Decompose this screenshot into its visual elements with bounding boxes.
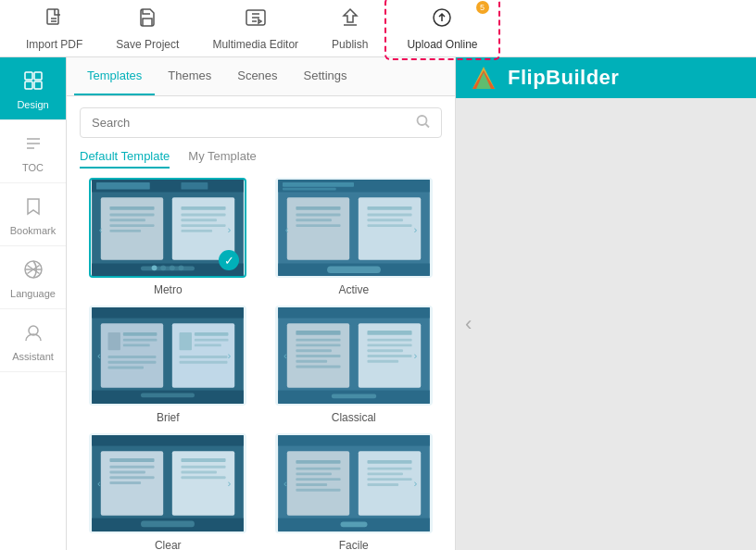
svg-rect-62 [92, 307, 244, 319]
tt-tab-my[interactable]: My Template [188, 149, 256, 169]
svg-rect-66 [123, 332, 158, 336]
svg-rect-83 [278, 307, 430, 319]
svg-rect-133 [367, 478, 411, 481]
svg-rect-69 [108, 356, 157, 358]
preview-title: FlipBuilder [508, 66, 619, 90]
svg-rect-124 [296, 460, 340, 464]
publish-button[interactable]: Publish [315, 1, 384, 56]
svg-rect-50 [296, 214, 340, 217]
multimedia-editor-icon [245, 6, 267, 34]
svg-rect-25 [110, 206, 155, 210]
svg-rect-53 [367, 206, 411, 210]
svg-rect-125 [296, 468, 340, 470]
template-thumb-facile: ‹ › [275, 433, 433, 533]
svg-rect-8 [25, 72, 32, 80]
svg-rect-129 [296, 489, 340, 492]
svg-point-39 [152, 265, 158, 270]
svg-point-42 [179, 265, 184, 270]
svg-rect-56 [367, 224, 411, 227]
template-item-active[interactable]: ‹ › Active [266, 178, 443, 296]
sidebar-item-design[interactable]: Design [0, 57, 66, 120]
sidebar-item-toc[interactable]: TOC [0, 120, 66, 183]
svg-rect-108 [110, 466, 155, 469]
import-pdf-label: Import PDF [26, 38, 82, 51]
svg-rect-115 [182, 476, 226, 479]
svg-rect-22 [182, 182, 208, 190]
preview-area: FlipBuilder ‹ [456, 57, 756, 550]
svg-rect-90 [296, 355, 340, 357]
template-item-metro[interactable]: ‹ › ✓ Metro [80, 178, 257, 296]
svg-rect-75 [195, 344, 221, 346]
svg-rect-10 [25, 81, 32, 89]
sidebar-item-bookmark-label: Bookmark [10, 225, 57, 236]
template-item-brief[interactable]: ‹ › Brief [80, 306, 257, 424]
svg-rect-74 [195, 339, 229, 342]
toolbar: Import PDF Save Project Multimedia Edito… [0, 0, 756, 57]
search-icon [416, 114, 431, 131]
save-project-button[interactable]: Save Project [99, 1, 195, 56]
svg-text:‹: ‹ [97, 350, 101, 361]
tab-settings[interactable]: Settings [291, 57, 360, 95]
svg-rect-111 [110, 481, 142, 484]
template-thumb-clear: ‹ › [89, 433, 246, 533]
svg-rect-33 [182, 224, 226, 227]
template-item-facile[interactable]: ‹ › Facile [266, 433, 443, 550]
sidebar-item-assistant[interactable]: Assistant [0, 309, 66, 372]
search-input[interactable] [80, 107, 442, 138]
publish-label: Publish [332, 38, 368, 51]
svg-rect-21 [96, 182, 150, 190]
svg-rect-119 [141, 520, 195, 527]
preview-content: ‹ [456, 98, 756, 550]
svg-rect-31 [182, 214, 226, 217]
template-item-clear[interactable]: ‹ › Clear [80, 433, 257, 550]
sidebar: Design TOC Bookmark Language Assistant [0, 57, 67, 550]
tab-templates[interactable]: Templates [74, 57, 155, 95]
import-pdf-button[interactable]: Import PDF [9, 1, 99, 56]
flipbuilder-logo [469, 63, 498, 93]
sidebar-item-design-label: Design [17, 99, 48, 110]
tab-themes[interactable]: Themes [155, 57, 224, 95]
upload-badge: 5 [476, 1, 489, 14]
template-label-brief: Brief [157, 411, 180, 424]
svg-rect-110 [110, 476, 155, 479]
svg-rect-134 [367, 483, 398, 486]
svg-rect-67 [123, 339, 158, 342]
tab-scenes[interactable]: Scenes [224, 57, 290, 95]
svg-rect-73 [195, 332, 229, 336]
sidebar-item-language[interactable]: Language [0, 246, 66, 309]
svg-point-41 [170, 265, 175, 270]
svg-rect-104 [92, 435, 244, 446]
svg-rect-60 [327, 266, 381, 273]
svg-rect-112 [182, 458, 226, 462]
svg-rect-107 [110, 458, 155, 462]
svg-rect-127 [296, 478, 340, 481]
tt-tab-default[interactable]: Default Template [80, 149, 170, 169]
svg-rect-97 [367, 355, 411, 357]
language-icon [23, 259, 44, 284]
svg-rect-138 [340, 521, 367, 527]
multimedia-editor-button[interactable]: Multimedia Editor [195, 1, 315, 56]
search-wrap [67, 96, 455, 149]
svg-text:‹: ‹ [99, 224, 103, 235]
svg-text:‹: ‹ [284, 350, 287, 361]
svg-rect-29 [110, 230, 142, 232]
preview-prev-button[interactable]: ‹ [465, 312, 472, 336]
assistant-icon [23, 322, 44, 347]
svg-line-18 [426, 124, 430, 128]
panel-tabs: Templates Themes Scenes Settings [67, 57, 455, 96]
svg-rect-26 [110, 214, 155, 217]
sidebar-item-bookmark[interactable]: Bookmark [0, 183, 66, 246]
svg-rect-98 [367, 360, 398, 363]
template-label-facile: Facile [339, 539, 369, 550]
template-label-classical: Classical [332, 411, 376, 424]
template-type-tabs: Default Template My Template [67, 149, 455, 178]
svg-rect-72 [180, 332, 192, 350]
template-item-classical[interactable]: ‹ › Classical [266, 306, 443, 424]
svg-point-17 [418, 116, 427, 125]
svg-rect-89 [296, 349, 332, 352]
svg-rect-45 [283, 182, 354, 187]
upload-online-label: Upload Online [407, 38, 477, 51]
svg-rect-114 [182, 471, 218, 474]
svg-rect-132 [367, 472, 403, 475]
template-thumb-brief: ‹ › [89, 306, 246, 406]
